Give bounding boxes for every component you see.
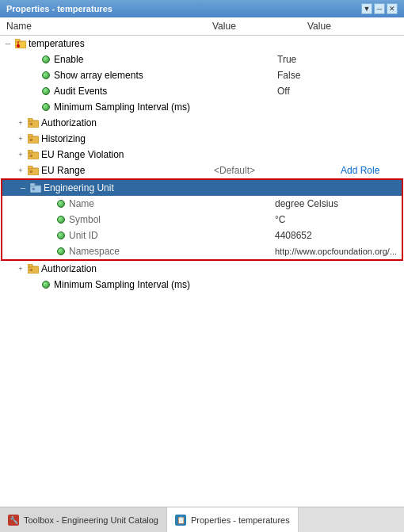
eu-range-value: <Default> [214,165,341,176]
svg-text:≡: ≡ [29,169,32,174]
expander-eu-range-violation[interactable]: + [14,148,27,161]
expander-historizing[interactable]: + [14,132,27,145]
eu-symbol-icon [55,213,67,226]
min-sampling-icon [40,101,52,113]
tree-row-show-array[interactable]: Show array elements False [0,67,404,83]
min-sampling2-label: Minimum Sampling Interval (ms) [54,279,277,290]
eu-name-value: degree Celsius [275,198,402,209]
expander-eu-range[interactable]: + [14,164,27,177]
tree-row-auth[interactable]: + ≡ Authorization [0,115,404,131]
engineering-unit-label: Engineering Unit [44,182,275,193]
audit-icon [40,85,52,98]
minimize-button[interactable]: ─ [374,3,385,14]
toolbox-icon: 🔧 [8,515,19,526]
expander-temperatures[interactable]: ─ [2,37,14,50]
properties-label: Properties - temperatures [191,515,290,525]
column-headers: Name Value Value [0,17,404,36]
enable-icon [40,53,52,66]
tree-row-engineering-unit[interactable]: ─ ≡ Engineering Unit [2,180,402,196]
eu-unitid-icon [55,229,67,242]
properties-icon: 📋 [175,515,186,526]
eu-unitid-label: Unit ID [69,230,275,241]
eu-range-add-role[interactable]: Add Role [341,165,404,176]
temperatures-label: temperatures [29,38,404,49]
tree-row-eu-unitid[interactable]: Unit ID 4408652 [2,228,402,243]
toolbox-label: Toolbox - Engineering Unit Catalog [24,515,158,525]
eu-namespace-icon [55,245,67,258]
tree-row-enable[interactable]: Enable True [0,52,404,67]
enable-label: Enable [54,54,277,65]
tree-row-historizing[interactable]: + ≡ Historizing [0,131,404,147]
tree-row-eu-range[interactable]: + ≡ EU Range <Default> Add Role [0,163,404,178]
temperatures-icon [14,37,27,50]
eu-namespace-value: http://www.opcfoundation.org/... [275,247,402,256]
eu-name-icon [55,197,67,210]
tree-row-audit[interactable]: Audit Events Off [0,83,404,99]
main-content: Name Value Value ─ temperatures Enable T… [0,17,404,507]
eu-range-icon: ≡ [27,164,40,177]
auth2-icon: ≡ [27,262,40,275]
tree-row-min-sampling[interactable]: Minimum Sampling Interval (ms) [0,99,404,115]
tree-row-eu-name[interactable]: Name degree Celsius [2,196,402,212]
historizing-label: Historizing [41,133,277,144]
eu-namespace-label: Namespace [69,246,275,257]
tree-row-eu-symbol[interactable]: Symbol °C [2,212,402,228]
min-sampling-label: Minimum Sampling Interval (ms) [54,101,277,113]
title-bar-text: Properties - temperatures [6,4,112,13]
min-sampling2-icon [40,278,52,291]
tree-row-temperatures[interactable]: ─ temperatures [0,36,404,52]
eu-name-label: Name [69,198,275,209]
close-button[interactable]: ✕ [387,3,398,14]
taskbar-item-toolbox[interactable]: 🔧 Toolbox - Engineering Unit Catalog [0,507,167,532]
svg-text:≡: ≡ [29,121,32,127]
svg-rect-1 [15,39,20,42]
engineering-unit-icon: ≡ [29,182,42,194]
eu-range-label: EU Range [41,165,214,176]
properties-tree[interactable]: ─ temperatures Enable True Show array el [0,36,404,507]
col-header-value2: Value [301,19,404,33]
auth2-label: Authorization [41,263,277,274]
tree-row-eu-range-violation[interactable]: + ≡ EU Range Violation [0,147,404,163]
tree-row-min-sampling2[interactable]: Minimum Sampling Interval (ms) [0,277,404,293]
auth-label: Authorization [41,117,277,128]
taskbar-item-properties[interactable]: 📋 Properties - temperatures [167,507,299,532]
expander-engineering-unit[interactable]: ─ [17,182,29,194]
col-header-value1: Value [206,19,301,33]
eu-symbol-label: Symbol [69,214,275,225]
title-bar-buttons: ▼ ─ ✕ [361,3,398,14]
expander-auth[interactable]: + [14,117,27,129]
eu-symbol-value: °C [275,214,402,225]
show-array-icon [40,69,52,82]
audit-value: Off [277,86,404,97]
eu-range-violation-icon: ≡ [27,148,40,161]
enable-value: True [277,54,404,65]
eu-highlight-box: ─ ≡ Engineering Unit Name degree Celsius [1,178,403,261]
title-bar: Properties - temperatures ▼ ─ ✕ [0,0,404,17]
expander-auth2[interactable]: + [14,262,27,275]
audit-label: Audit Events [54,86,277,97]
svg-text:≡: ≡ [29,137,32,143]
col-header-name: Name [0,19,206,33]
pin-button[interactable]: ▼ [361,3,372,14]
auth-icon: ≡ [27,117,40,129]
tree-row-auth2[interactable]: + ≡ Authorization [0,261,404,277]
svg-text:≡: ≡ [29,153,32,159]
show-array-label: Show array elements [54,70,277,81]
eu-range-violation-label: EU Range Violation [41,149,277,160]
svg-rect-3 [18,41,19,45]
svg-text:≡: ≡ [32,186,35,192]
taskbar: 🔧 Toolbox - Engineering Unit Catalog 📋 P… [0,507,404,532]
svg-text:≡: ≡ [29,267,32,273]
tree-row-eu-namespace[interactable]: Namespace http://www.opcfoundation.org/.… [2,243,402,259]
historizing-icon: ≡ [27,132,40,145]
show-array-value: False [277,70,404,81]
eu-unitid-value: 4408652 [275,230,402,241]
